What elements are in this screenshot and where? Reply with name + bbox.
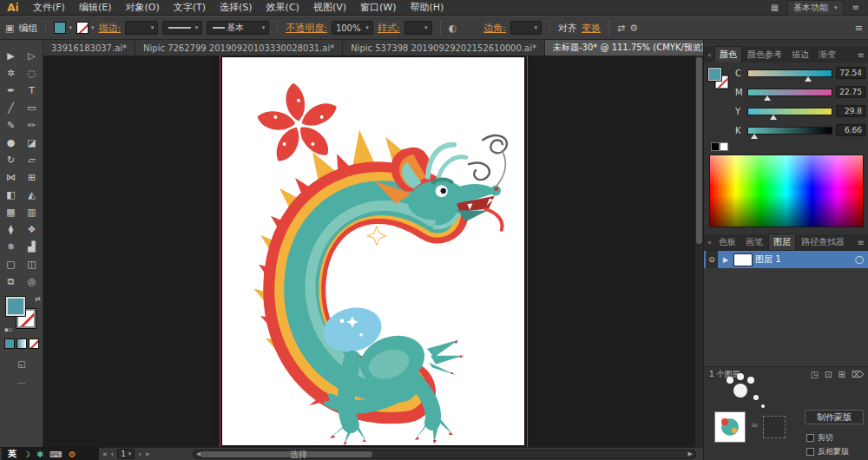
collapse-dock-icon[interactable]: « xyxy=(706,239,713,246)
horizontal-scrollbar[interactable]: ◀ ▶ xyxy=(193,450,696,459)
cyan-value[interactable]: 72.54 xyxy=(836,67,865,79)
slice-tool[interactable]: ◫ xyxy=(22,255,42,273)
star-icon[interactable]: ✱ xyxy=(36,450,43,459)
tab-color[interactable]: 颜色 xyxy=(714,46,742,62)
lasso-tool[interactable]: ◌ xyxy=(22,64,42,82)
vertical-scrollbar[interactable] xyxy=(694,56,703,447)
menu-item[interactable]: 选择(S) xyxy=(213,0,260,16)
visibility-eye-icon[interactable]: ⊙ xyxy=(706,251,718,268)
invert-mask-checkbox[interactable] xyxy=(806,448,814,456)
moon-icon[interactable]: ☽ xyxy=(23,450,30,459)
pen-tool[interactable]: ✒ xyxy=(1,82,21,99)
horizontal-scrollbar-thumb[interactable] xyxy=(201,451,372,457)
scroll-right-icon[interactable]: ▶ xyxy=(688,450,693,458)
make-clip-mask-icon[interactable]: ◳ xyxy=(811,370,819,379)
delete-layer-icon[interactable]: ⌦ xyxy=(852,370,864,379)
new-sublayer-icon[interactable]: ⊡ xyxy=(825,370,832,379)
style-link[interactable]: 样式: xyxy=(378,22,400,35)
tab-pathfinder[interactable]: 路径查找器 xyxy=(797,234,849,250)
blob-brush-tool[interactable]: ● xyxy=(1,134,21,151)
menu-item[interactable]: 文件(F) xyxy=(26,0,72,16)
panel-menu-icon[interactable]: ≡ xyxy=(858,238,868,247)
blend-tool[interactable]: ❖ xyxy=(22,220,42,238)
fill-proxy-well[interactable] xyxy=(708,68,721,81)
document-tab-active[interactable]: 未标题-30* @ 111.75% (CMYK/预览)× xyxy=(545,40,726,56)
screen-mode-icon[interactable]: ⋯ xyxy=(0,378,43,388)
slider-pointer[interactable] xyxy=(805,76,812,82)
document-tab[interactable]: 33916183037.ai* xyxy=(43,40,135,56)
width-profile-select[interactable]: ▾ xyxy=(162,21,202,35)
perspective-grid-tool[interactable]: ◭ xyxy=(22,186,42,203)
brush-definition-select[interactable]: 基本▾ xyxy=(207,21,269,35)
first-artboard-icon[interactable]: « xyxy=(102,450,108,458)
transform-panel-link[interactable]: 变换 xyxy=(582,22,601,35)
slider-pointer[interactable] xyxy=(751,134,758,139)
color-mode-button[interactable] xyxy=(4,338,15,349)
align-panel-link[interactable]: 对齐 xyxy=(558,22,577,35)
collapse-dock-icon[interactable]: « xyxy=(706,51,713,59)
line-tool[interactable]: ╱ xyxy=(1,99,21,116)
stroke-swatch[interactable]: ▾ xyxy=(76,22,95,34)
fill-swatch[interactable]: ▾ xyxy=(54,22,72,34)
settings-gear-icon[interactable]: ⚙ xyxy=(629,23,638,34)
artboard[interactable] xyxy=(222,57,524,445)
layer-target-icon[interactable]: ◯ xyxy=(855,255,864,264)
last-artboard-icon[interactable]: » xyxy=(145,450,150,458)
scale-tool[interactable]: ▱ xyxy=(22,151,42,168)
tab-stroke[interactable]: 描边 xyxy=(787,47,813,62)
tab-swatches[interactable]: 色板 xyxy=(714,234,740,250)
vertical-scrollbar-thumb[interactable] xyxy=(696,57,702,244)
transparency-thumbnail[interactable] xyxy=(714,411,746,443)
expand-toggle-icon[interactable]: ▶ xyxy=(720,256,731,264)
black-white-swatches[interactable] xyxy=(711,142,728,151)
menu-item[interactable]: 视图(V) xyxy=(306,0,353,16)
menu-icon[interactable]: ≡ xyxy=(852,3,859,12)
panel-menu-icon[interactable]: ≡ xyxy=(858,50,868,60)
document-tab[interactable]: Nipic 7262799 20190920103330028031.ai* xyxy=(135,40,343,56)
paintbrush-tool[interactable]: ✎ xyxy=(1,116,21,134)
eraser-tool[interactable]: ◪ xyxy=(22,134,42,151)
swap-fill-stroke-icon[interactable]: ⇄ xyxy=(35,295,41,303)
default-colors-icon[interactable]: ▪▫ xyxy=(4,326,13,333)
gradient-mode-button[interactable] xyxy=(16,338,27,349)
artboard-number-select[interactable]: 1▾ xyxy=(117,449,135,459)
shape-builder-tool[interactable]: ◧ xyxy=(1,186,21,203)
menu-item[interactable]: 编辑(E) xyxy=(72,0,119,16)
free-transform-tool[interactable]: ⊞ xyxy=(22,168,42,186)
next-artboard-icon[interactable]: › xyxy=(138,450,141,458)
recolor-artwork-icon[interactable]: ◐ xyxy=(449,23,457,34)
layer-row[interactable]: ⊙ ▶ 图层 1 ◯ xyxy=(704,251,868,268)
tab-gradient[interactable]: 渐变 xyxy=(814,47,840,62)
new-layer-icon[interactable]: ⊞ xyxy=(838,370,845,379)
drawing-modes-icon[interactable]: ◱ xyxy=(0,359,43,369)
rotate-tool[interactable]: ↻ xyxy=(1,151,21,168)
style-select[interactable]: ▾ xyxy=(404,21,432,35)
layer-thumbnail[interactable] xyxy=(733,253,753,266)
ime-language-badge[interactable]: 英 xyxy=(8,448,16,460)
stroke-panel-link[interactable]: 描边: xyxy=(98,22,121,35)
slider-pointer[interactable] xyxy=(770,115,777,120)
width-tool[interactable]: ⋈ xyxy=(1,168,21,186)
tab-brushes[interactable]: 画笔 xyxy=(741,234,767,250)
tab-layers[interactable]: 图层 xyxy=(768,233,796,250)
direct-selection-tool[interactable]: ▷ xyxy=(22,47,42,64)
menu-item[interactable]: 文字(T) xyxy=(167,0,213,16)
keyboard-icon[interactable]: ⌨ xyxy=(49,450,62,459)
fill-color-well[interactable] xyxy=(6,297,25,316)
cyan-slider-track[interactable] xyxy=(747,69,832,77)
symbol-sprayer-tool[interactable]: ✵ xyxy=(1,238,21,255)
magic-wand-tool[interactable]: ✲ xyxy=(1,64,21,82)
opacity-link[interactable]: 不透明度: xyxy=(286,22,327,35)
black-value[interactable]: 6.66 xyxy=(836,124,865,136)
tab-color-guide[interactable]: 颜色参考 xyxy=(743,47,786,62)
stroke-weight-select[interactable]: ▾ xyxy=(125,21,158,35)
color-spectrum[interactable] xyxy=(709,154,864,227)
make-mask-button[interactable]: 制作蒙版 xyxy=(805,410,864,424)
arrange-documents-icon[interactable]: ▦ xyxy=(771,3,779,12)
corner-link[interactable]: 边角: xyxy=(483,22,506,35)
selection-tool[interactable]: ▶ xyxy=(1,47,21,64)
panel-menu-icon[interactable]: ≡ xyxy=(855,23,863,34)
menu-item[interactable]: 效果(C) xyxy=(260,0,306,16)
corner-select[interactable]: ▾ xyxy=(510,21,542,35)
clip-checkbox[interactable] xyxy=(806,434,814,442)
